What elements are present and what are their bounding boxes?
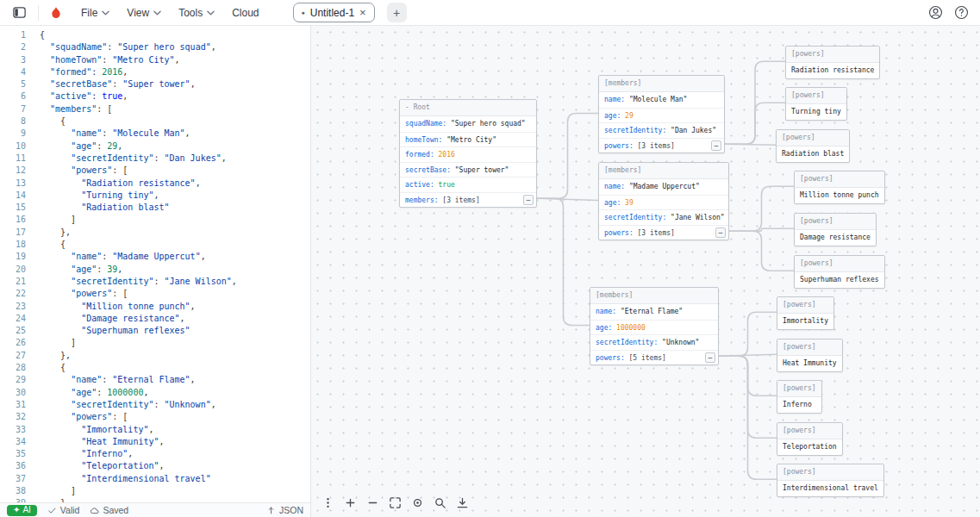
tab-close-icon[interactable]: × [359, 7, 366, 18]
collapse-button[interactable]: − [715, 227, 726, 238]
node-value: "Super tower" [451, 166, 509, 174]
download-button[interactable] [454, 495, 470, 510]
editor-line[interactable]: 10 "age": 29, [0, 140, 310, 153]
editor-line[interactable]: 31 "secretIdentity": "Unknown", [0, 399, 310, 411]
editor-line[interactable]: 9 "name": "Molecule Man", [0, 128, 310, 140]
editor-line[interactable]: 18 { [0, 239, 310, 251]
editor-line[interactable]: 19 "name": "Madame Uppercut", [0, 251, 310, 263]
line-number: 22 [0, 288, 26, 300]
tab-untitled-1[interactable]: ● Untitled-1 × [293, 3, 375, 22]
editor-line[interactable]: 13 "Radiation resistance", [0, 178, 310, 190]
help-button[interactable] [951, 3, 971, 23]
menu-file[interactable]: File [73, 3, 117, 22]
node-value: [3 items] [634, 142, 675, 150]
editor-line[interactable]: 12 "powers": [ [0, 165, 310, 177]
focus-center-icon [411, 496, 424, 509]
node-row: secretIdentity: "Dan Jukes" [599, 122, 724, 138]
line-number: 18 [0, 239, 26, 251]
sidebar-toggle-button[interactable] [9, 3, 29, 23]
editor-line[interactable]: 32 "powers": [ [0, 411, 310, 423]
node-value: Heat Immunity [783, 359, 837, 367]
editor-line[interactable]: 6 "active": true, [0, 90, 310, 103]
graph-node-p10[interactable]: [powers]Teleportation [777, 422, 843, 456]
valid-status: Valid [47, 505, 80, 515]
editor-line[interactable]: 1{ [0, 29, 310, 41]
editor-line[interactable]: 20 "age": 39, [0, 264, 310, 276]
graph-node-root[interactable]: - RootsquadName: "Super hero squad"homeT… [399, 99, 537, 208]
code-text: "Immortality", [40, 425, 153, 434]
node-value: [5 items] [625, 354, 666, 362]
graph-node-p6[interactable]: [powers]Superhuman reflexes [794, 255, 885, 289]
zoom-out-button[interactable] [365, 495, 380, 510]
zoom-in-button[interactable] [342, 495, 358, 510]
collapse-button[interactable]: − [523, 195, 534, 205]
node-row: active: true [400, 177, 536, 192]
editor-line[interactable]: 14 "Turning tiny", [0, 190, 310, 202]
more-menu-button[interactable] [320, 495, 335, 510]
ai-button[interactable]: ✦ AI [7, 505, 37, 516]
code-text: "age": 29, [40, 141, 122, 151]
editor-line[interactable]: 37 "Interdimensional travel" [0, 473, 310, 485]
graph-node-p3[interactable]: [powers]Radiation blast [776, 129, 850, 163]
node-key: homeTown: [405, 136, 442, 144]
editor-line[interactable]: 25 "Superhuman reflexes" [0, 325, 310, 337]
menu-tools[interactable]: Tools [171, 3, 222, 22]
fit-view-button[interactable] [387, 495, 403, 510]
editor-line[interactable]: 27 }, [0, 350, 310, 362]
editor-line[interactable]: 38 ] [0, 485, 310, 497]
graph-node-p1[interactable]: [powers]Radiation resistance [785, 46, 880, 79]
graph-node-p9[interactable]: [powers]Inferno [777, 380, 822, 414]
collapse-button[interactable]: − [711, 140, 721, 151]
node-row: Inferno [777, 397, 821, 413]
line-number: 31 [0, 399, 26, 411]
code-text: "secretIdentity": "Jane Wilson", [40, 277, 237, 286]
editor-line[interactable]: 7 "members": [ [0, 103, 310, 115]
editor-line[interactable]: 21 "secretIdentity": "Jane Wilson", [0, 276, 310, 288]
editor-line[interactable]: 16 ] [0, 214, 310, 226]
editor-line[interactable]: 35 "Inferno", [0, 448, 310, 460]
editor-line[interactable]: 30 "age": 1000000, [0, 387, 310, 399]
editor-line[interactable]: 33 "Immortality", [0, 424, 310, 436]
graph-node-p5[interactable]: [powers]Damage resistance [794, 213, 877, 246]
new-tab-button[interactable]: + [387, 3, 407, 22]
menu-view[interactable]: View [119, 3, 169, 22]
code-text: "age": 1000000, [40, 388, 148, 397]
editor-line[interactable]: 34 "Heat Immunity", [0, 436, 310, 448]
editor-line[interactable]: 4 "formed": 2016, [0, 66, 310, 78]
sidebar-toggle-icon [12, 5, 27, 20]
code-text: "active": true, [40, 91, 128, 101]
editor-line[interactable]: 11 "secretIdentity": "Dan Jukes", [0, 153, 310, 165]
editor-line[interactable]: 29 "name": "Eternal Flame", [0, 374, 310, 386]
menu-cloud[interactable]: Cloud [224, 3, 266, 22]
code-text: "name": "Eternal Flame", [40, 375, 196, 384]
graph-node-p7[interactable]: [powers]Immortality [777, 296, 834, 330]
editor-line[interactable]: 22 "powers": [ [0, 288, 310, 300]
export-json-button[interactable]: JSON [266, 505, 303, 515]
graph-node-m2[interactable]: [members]name: "Madame Uppercut"age: 39s… [598, 162, 729, 240]
graph-node-p8[interactable]: [powers]Heat Immunity [777, 339, 843, 372]
editor-line[interactable]: 8 { [0, 115, 310, 128]
editor-line[interactable]: 23 "Million tonne punch", [0, 301, 310, 313]
graph-node-m3[interactable]: [members]name: "Eternal Flame"age: 10000… [590, 287, 719, 365]
editor-line[interactable]: 36 "Teleportation", [0, 460, 310, 472]
editor-line[interactable]: 2 "squadName": "Super hero squad", [0, 41, 310, 53]
node-header: [powers] [786, 88, 846, 104]
graph-panel[interactable]: - RootsquadName: "Super hero squad"homeT… [310, 26, 980, 517]
code-text: "Interdimensional travel" [40, 474, 211, 483]
node-row: squadName: "Super hero squad" [400, 116, 536, 132]
editor-line[interactable]: 5 "secretBase": "Super tower", [0, 78, 310, 90]
collapse-button[interactable]: − [705, 352, 715, 363]
editor-line[interactable]: 28 { [0, 362, 310, 374]
editor-line[interactable]: 24 "Damage resistance", [0, 313, 310, 325]
graph-node-p11[interactable]: [powers]Interdimensional travel [777, 464, 884, 497]
graph-node-m1[interactable]: [members]name: "Molecule Man"age: 29secr… [598, 75, 725, 153]
editor-line[interactable]: 26 ] [0, 337, 310, 349]
editor-line[interactable]: 17 }, [0, 227, 310, 239]
editor-line[interactable]: 15 "Radiation blast" [0, 202, 310, 214]
editor-line[interactable]: 3 "homeTown": "Metro City", [0, 54, 310, 66]
graph-node-p4[interactable]: [powers]Million tonne punch [794, 171, 885, 204]
account-button[interactable] [925, 3, 946, 23]
graph-node-p2[interactable]: [powers]Turning tiny [785, 87, 847, 121]
search-zoom-button[interactable] [432, 495, 447, 510]
focus-center-button[interactable] [409, 495, 425, 510]
